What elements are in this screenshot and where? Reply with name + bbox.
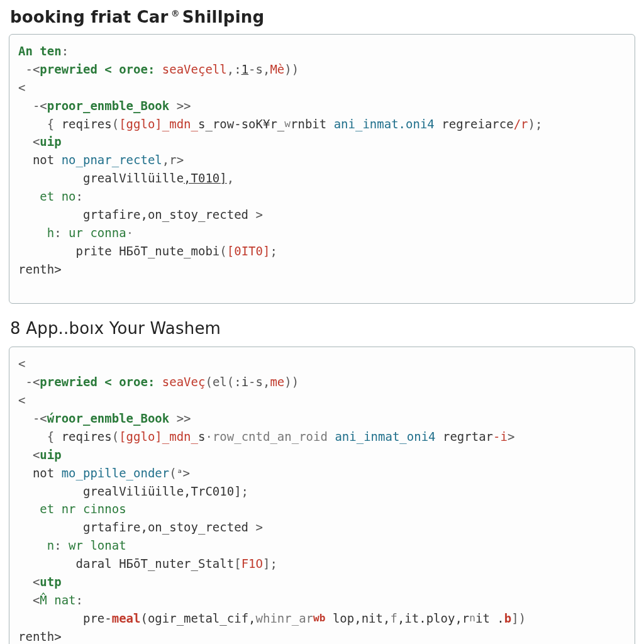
code-block-2: < -<prewried < oroe: seaVeç(el(:i-s,me))… bbox=[9, 347, 635, 644]
heading-2-text: 8 App..boıx Your Washem bbox=[10, 319, 221, 338]
heading-2: 8 App..boıx Your Washem bbox=[10, 319, 635, 338]
document-page: booking friat Car ® Shillping An ten: -<… bbox=[0, 0, 644, 644]
heading-1-text-b: Shillping bbox=[182, 8, 264, 26]
heading-1: booking friat Car ® Shillping bbox=[10, 8, 635, 26]
code-token: An ten bbox=[18, 44, 62, 58]
heading-1-text-a: booking friat Car bbox=[10, 8, 169, 26]
registered-icon: ® bbox=[171, 8, 180, 18]
code-block-1: An ten: -<prewried < oroe: seaVeçell,:1-… bbox=[9, 34, 635, 304]
